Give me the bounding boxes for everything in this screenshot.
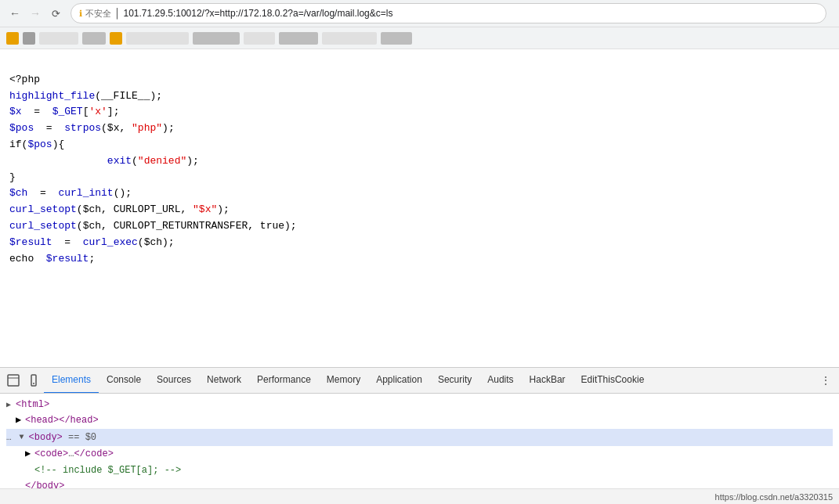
expand-body[interactable]: ▼ xyxy=(20,430,29,444)
back-button[interactable]: ← xyxy=(6,5,24,22)
tab-audits[interactable]: Audits xyxy=(479,368,521,394)
reload-button[interactable]: ⟳ xyxy=(47,5,64,22)
forward-button[interactable]: → xyxy=(27,5,44,22)
devtools-panel: Elements Console Sources Network Perform… xyxy=(0,367,839,504)
bookmark-5[interactable] xyxy=(110,32,122,45)
address-bar[interactable]: ℹ 不安全 │ 101.71.29.5:10012/?x=http://172.… xyxy=(71,3,826,23)
dom-head: ▶ <head></head> xyxy=(6,412,833,428)
tab-network[interactable]: Network xyxy=(199,368,249,394)
bookmark-11[interactable] xyxy=(381,32,412,45)
dom-html: ▶ <html> xyxy=(6,397,833,412)
url-text: 101.71.29.5:10012/?x=http://172.18.0.2?a… xyxy=(124,8,393,19)
dom-comment: <!-- include $_GET[a]; --> xyxy=(6,463,833,478)
dom-code: ▶ <code> … </code> xyxy=(6,446,833,462)
devtools-mobile-icon[interactable] xyxy=(24,370,44,391)
browser-chrome: ← → ⟳ ℹ 不安全 │ 101.71.29.5:10012/?x=http:… xyxy=(0,0,839,27)
devtools-content: ▶ <html> ▶ <head></head> … ▼ <body> == $… xyxy=(0,394,839,504)
tab-sources[interactable]: Sources xyxy=(149,368,199,394)
bookmarks-bar xyxy=(0,27,839,49)
svg-rect-2 xyxy=(31,375,36,386)
bookmark-2[interactable] xyxy=(23,32,35,45)
bookmark-10[interactable] xyxy=(322,32,377,45)
status-url: https://blog.csdn.net/a3320315 xyxy=(715,492,833,502)
expand-code[interactable]: ▶ xyxy=(25,446,34,462)
bookmark-8[interactable] xyxy=(244,32,275,45)
dom-body: … ▼ <body> == $0 xyxy=(6,429,833,446)
ellipsis-dots: … xyxy=(6,430,12,445)
expand-head[interactable]: ▶ xyxy=(16,412,25,428)
tab-security[interactable]: Security xyxy=(430,368,479,394)
devtools-more-icon[interactable]: ⋮ xyxy=(815,370,836,391)
tab-hackbar[interactable]: HackBar xyxy=(522,368,573,394)
tab-console[interactable]: Console xyxy=(99,368,149,394)
tab-elements[interactable]: Elements xyxy=(44,368,99,394)
code-display: <?php highlight_file(__FILE__); $x = $_G… xyxy=(9,56,830,283)
tab-memory[interactable]: Memory xyxy=(319,368,368,394)
bookmark-9[interactable] xyxy=(279,32,318,45)
tab-performance[interactable]: Performance xyxy=(249,368,319,394)
expand-html[interactable]: ▶ xyxy=(6,398,16,412)
devtools-tabs: Elements Console Sources Network Perform… xyxy=(0,368,839,394)
bookmark-1[interactable] xyxy=(6,32,19,45)
main-content: <?php highlight_file(__FILE__); $x = $_G… xyxy=(0,49,839,348)
bookmark-6[interactable] xyxy=(126,32,189,45)
devtools-inspect-icon[interactable] xyxy=(3,370,24,391)
tab-application[interactable]: Application xyxy=(368,368,430,394)
svg-rect-0 xyxy=(8,375,19,386)
security-label: 不安全 xyxy=(85,8,111,20)
security-icon: ℹ xyxy=(79,9,82,19)
bookmark-7[interactable] xyxy=(193,32,240,45)
nav-buttons: ← → ⟳ xyxy=(6,5,64,22)
status-bar: https://blog.csdn.net/a3320315 xyxy=(0,488,839,504)
bookmark-3[interactable] xyxy=(39,32,78,45)
tab-editthiscookie[interactable]: EditThisCookie xyxy=(573,368,653,394)
bookmark-4[interactable] xyxy=(82,32,106,45)
separator: │ xyxy=(114,8,121,19)
